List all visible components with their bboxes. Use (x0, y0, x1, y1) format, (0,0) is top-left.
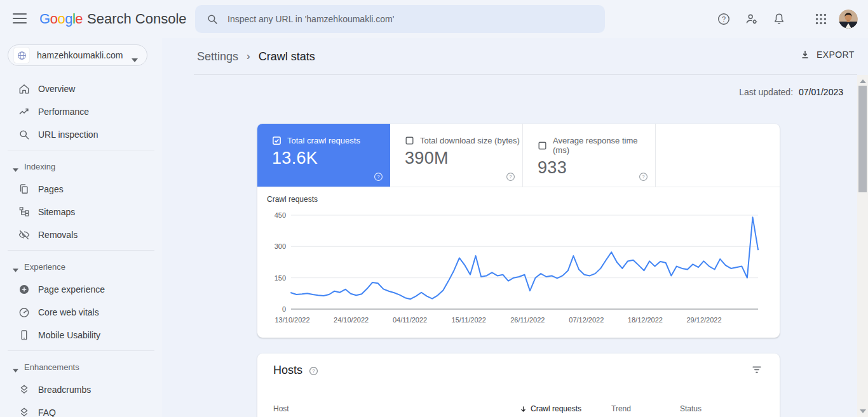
sitemaps-icon (18, 206, 31, 218)
scroll-up-arrow-icon[interactable] (860, 79, 866, 83)
card-label-row: Average response time (ms) (538, 136, 655, 155)
x-tick-label: 24/10/2022 (334, 316, 369, 324)
export-label: EXPORT (817, 50, 855, 60)
chevron-down-icon (13, 164, 18, 168)
menu-icon[interactable] (13, 13, 27, 25)
sidebar-item-page-experience[interactable]: Page experience (0, 278, 162, 301)
last-updated: Last updated: 07/01/2023 (739, 87, 843, 97)
hosts-column-host[interactable]: Host (273, 404, 289, 413)
card-label-row: Total crawl requests (272, 136, 390, 145)
help-icon[interactable]: ? (717, 12, 731, 26)
sidebar-item-url-inspection[interactable]: URL inspection (0, 123, 162, 146)
card-label-row: Total download size (bytes) (405, 136, 522, 145)
hosts-title: Hosts (273, 364, 302, 377)
y-tick-label: 300 (275, 242, 286, 250)
sidebar-item-label: Performance (38, 107, 89, 117)
sidebar-item-faq[interactable]: FAQ (0, 401, 162, 417)
scroll-down-arrow-icon[interactable] (860, 409, 866, 413)
sidebar-item-overview[interactable]: Overview (0, 77, 162, 100)
sidebar-item-label: Breadcrumbs (38, 385, 91, 395)
card-value: 933 (538, 158, 655, 178)
svg-text:?: ? (509, 174, 512, 180)
manage-users-icon[interactable] (745, 12, 759, 26)
y-tick-label: 150 (275, 274, 286, 282)
card-label: Total download size (bytes) (420, 136, 520, 145)
card-average-response-time-ms[interactable]: Average response time (ms)933? (523, 124, 656, 187)
breadcrumb-separator: › (247, 50, 250, 63)
globe-icon (14, 48, 29, 63)
sidebar-item-label: Pages (38, 184, 64, 194)
svg-text:?: ? (377, 174, 380, 180)
faq-icon (18, 406, 31, 417)
sidebar-item-label: Page experience (38, 284, 105, 295)
search-icon (207, 13, 219, 25)
sidebar-section-experience[interactable]: Experience (0, 258, 162, 275)
url-inspect-searchbar[interactable] (195, 5, 605, 33)
google-logo: Google (39, 11, 83, 27)
crawl-requests-chart: 450300150013/10/202224/10/202204/11/2022… (257, 194, 780, 334)
sidebar-item-performance[interactable]: Performance (0, 100, 162, 123)
card-label: Total crawl requests (287, 136, 360, 145)
export-button[interactable]: EXPORT (799, 49, 855, 60)
sidebar-item-removals[interactable]: Removals (0, 223, 162, 246)
apps-grid-icon[interactable] (814, 12, 828, 26)
performance-icon (18, 105, 31, 118)
sidebar-section-label: Experience (24, 262, 65, 272)
hosts-table-header: HostCrawl requestsTrendStatus (257, 399, 780, 417)
sidebar-item-sitemaps[interactable]: Sitemaps (0, 201, 162, 223)
help-circle-icon[interactable]: ? (506, 172, 515, 182)
scrollbar-thumb[interactable] (858, 86, 867, 192)
chevron-down-icon (132, 53, 138, 57)
svg-text:?: ? (722, 15, 726, 23)
sidebar-item-core-web-vitals[interactable]: Core web vitals (0, 301, 162, 324)
search-icon (18, 128, 31, 141)
last-updated-value: 07/01/2023 (799, 87, 843, 97)
property-selector[interactable]: hamzehkoumakli.com (8, 44, 147, 66)
checkbox-unchecked-icon[interactable] (405, 136, 414, 145)
breadcrumb: Settings › Crawl stats (197, 48, 315, 65)
breadcrumb-settings[interactable]: Settings (197, 50, 238, 63)
checkbox-unchecked-icon[interactable] (538, 141, 547, 150)
sidebar-section-label: Indexing (24, 162, 55, 171)
top-app-bar: Google Search Console ? (0, 0, 868, 38)
sidebar-item-breadcrumbs[interactable]: Breadcrumbs (0, 378, 162, 401)
avatar[interactable] (839, 10, 858, 29)
card-total-crawl-requests[interactable]: Total crawl requests13.6K? (257, 124, 390, 187)
checkbox-checked-icon[interactable] (272, 136, 281, 145)
sidebar-item-pages[interactable]: Pages (0, 178, 162, 201)
search-input[interactable] (226, 13, 605, 25)
sidebar-item-label: Overview (38, 84, 75, 94)
help-circle-icon[interactable]: ? (374, 172, 383, 182)
help-circle-icon[interactable]: ? (309, 366, 318, 375)
hosts-title-row: Hosts ? (273, 364, 318, 377)
sidebar-divider (8, 150, 154, 150)
google-logo-letter: o (50, 11, 58, 27)
sidebar-item-mobile-usability[interactable]: Mobile Usability (0, 324, 162, 347)
removals-icon (18, 228, 31, 241)
property-label: hamzehkoumakli.com (37, 50, 123, 60)
chevron-down-icon (13, 365, 18, 369)
x-tick-label: 29/12/2022 (686, 316, 721, 324)
crawl-requests-line[interactable] (291, 217, 758, 299)
scrollbar[interactable] (857, 75, 868, 417)
breadcrumbs-icon (18, 383, 31, 396)
hosts-column-crawl-requests[interactable]: Crawl requests (519, 404, 581, 413)
sidebar-item-label: URL inspection (38, 129, 98, 140)
sidebar-section-enhancements[interactable]: Enhancements (0, 358, 162, 376)
notifications-icon[interactable] (772, 12, 786, 26)
page-title: Crawl stats (259, 50, 315, 63)
help-circle-icon[interactable]: ? (639, 172, 648, 182)
filter-icon[interactable] (750, 363, 763, 376)
hosts-column-label: Trend (611, 404, 631, 413)
sidebar-section-indexing[interactable]: Indexing (0, 157, 162, 175)
hosts-column-trend[interactable]: Trend (611, 404, 631, 413)
hosts-column-status[interactable]: Status (680, 404, 702, 413)
x-tick-label: 04/11/2022 (393, 316, 427, 324)
main-content: Settings › Crawl stats EXPORT Last updat… (162, 38, 857, 417)
sidebar-item-label: Sitemaps (38, 207, 75, 217)
x-tick-label: 18/12/2022 (628, 316, 663, 324)
card-total-download-size-bytes[interactable]: Total download size (bytes)390M? (390, 124, 523, 187)
svg-text:?: ? (642, 174, 645, 180)
app-logo[interactable]: Google Search Console (39, 10, 187, 29)
y-tick-label: 0 (282, 305, 286, 313)
